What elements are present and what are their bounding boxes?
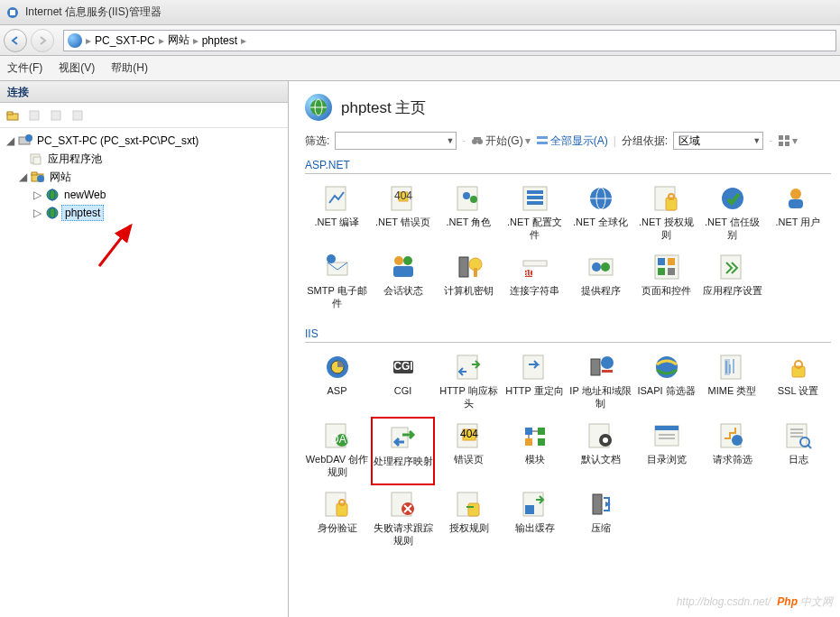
feature-item[interactable]: .NET 用户 [766, 180, 830, 248]
feature-item[interactable]: SSL 设置 [766, 348, 830, 417]
feature-item[interactable]: 默认文档 [568, 417, 632, 485]
feature-item[interactable]: 处理程序映射 [371, 417, 435, 485]
menu-view[interactable]: 视图(V) [59, 60, 95, 76]
feature-label: .NET 角色 [447, 216, 492, 228]
feature-item[interactable]: HTTP 重定向 [503, 348, 567, 417]
breadcrumb-app[interactable]: phptest [202, 34, 237, 47]
feature-icon [783, 352, 814, 382]
sidebar: 连接 ◢ PC_SXT-PC (PC_sxt-PC\PC_sxt) 应用程序池 … [0, 81, 289, 617]
feature-label: .NET 配置文件 [503, 216, 567, 241]
feature-icon [717, 352, 748, 382]
server-icon [18, 134, 32, 148]
svg-rect-108 [787, 424, 807, 447]
feature-item[interactable]: 404.NET 错误页 [371, 180, 435, 248]
save-icon[interactable] [25, 106, 43, 124]
feature-label: 模块 [525, 453, 545, 465]
chevron-right-icon: ▸ [241, 34, 246, 47]
svg-point-54 [403, 256, 412, 265]
svg-rect-41 [527, 201, 543, 205]
feature-item[interactable]: 目录浏览 [634, 417, 698, 485]
feature-item[interactable]: ISAPI 筛选器 [634, 348, 698, 417]
feature-icon [717, 420, 748, 451]
filter-input[interactable]: ▼ [335, 132, 457, 150]
feature-item[interactable]: CGICGI [371, 348, 435, 417]
feature-item[interactable]: HTTP 响应标头 [437, 348, 501, 417]
feature-icon [454, 489, 485, 520]
collapse-icon[interactable]: ◢ [16, 170, 29, 183]
feature-item[interactable]: SMTP 电子邮件 [305, 248, 369, 317]
feature-item[interactable]: DAVWebDAV 创作规则 [305, 417, 369, 485]
forward-button[interactable] [31, 29, 54, 52]
svg-rect-67 [668, 258, 675, 265]
feature-item[interactable]: 压缩 [568, 485, 632, 554]
feature-item[interactable]: 日志 [766, 417, 830, 485]
tree-server[interactable]: ◢ PC_SXT-PC (PC_sxt-PC\PC_sxt) [2, 132, 286, 150]
feature-item[interactable]: 会话状态 [371, 248, 435, 317]
feature-icon [322, 352, 353, 382]
view-button[interactable]: ▾ [778, 134, 798, 147]
stop-icon[interactable] [69, 106, 87, 124]
feature-item[interactable]: 提供程序 [568, 248, 632, 317]
feature-item[interactable]: ab连接字符串 [503, 248, 567, 317]
back-button[interactable] [4, 29, 27, 52]
refresh-icon[interactable] [47, 106, 65, 124]
feature-label: 页面和控件 [642, 284, 691, 297]
svg-rect-58 [474, 268, 477, 277]
feature-item[interactable]: 计算机密钥 [437, 248, 501, 317]
feature-label: .NET 错误页 [375, 216, 430, 228]
content-pane: phptest 主页 筛选: ▼ - 开始(G) ▾ 全部显示(A) | 分组依… [289, 81, 840, 617]
menu-help[interactable]: 帮助(H) [111, 60, 148, 76]
expand-icon[interactable]: ▷ [31, 207, 43, 219]
svg-text:ab: ab [522, 266, 535, 279]
feature-item[interactable]: 失败请求跟踪规则 [371, 485, 435, 554]
breadcrumb[interactable]: ▸ PC_SXT-PC ▸ 网站 ▸ phptest ▸ [63, 30, 836, 51]
groupby-combo[interactable]: 区域 ▼ [673, 132, 763, 150]
feature-item[interactable]: .NET 配置文件 [503, 180, 567, 248]
feature-item[interactable]: .NET 全球化 [568, 180, 632, 248]
showall-button[interactable]: 全部显示(A) [536, 134, 608, 149]
tree-phptest[interactable]: ▷ phptest [2, 204, 286, 222]
tree-sites[interactable]: ◢ 网站 [2, 168, 286, 186]
svg-point-37 [470, 196, 477, 203]
feature-label: 应用程序设置 [703, 284, 762, 297]
feature-icon [520, 489, 550, 520]
feature-item[interactable]: 模块 [503, 417, 567, 485]
feature-item[interactable]: .NET 信任级别 [700, 180, 764, 248]
page-header: phptest 主页 [296, 88, 840, 130]
svg-point-52 [327, 254, 336, 263]
feature-label: CGI [394, 384, 412, 397]
expand-icon[interactable]: ▷ [31, 189, 43, 201]
feature-icon: 404 [388, 183, 419, 214]
sep: - [769, 134, 772, 147]
groupby-label: 分组依据: [622, 134, 668, 149]
go-button[interactable]: 开始(G) ▾ [471, 134, 530, 149]
svg-rect-69 [668, 268, 675, 275]
feature-item[interactable]: 授权规则 [437, 485, 501, 554]
feature-item[interactable]: IP 地址和域限制 [568, 348, 632, 417]
feature-item[interactable]: ASP [305, 348, 369, 417]
feature-item[interactable]: 请求筛选 [700, 417, 764, 485]
feature-item[interactable]: 身份验证 [305, 485, 369, 554]
feature-item[interactable]: MIME 类型 [700, 348, 764, 417]
breadcrumb-server[interactable]: PC_SXT-PC [95, 34, 155, 47]
feature-item[interactable]: 应用程序设置 [700, 248, 764, 317]
connect-icon[interactable] [4, 106, 22, 124]
tree-newweb[interactable]: ▷ newWeb [2, 186, 286, 204]
breadcrumb-sites[interactable]: 网站 [168, 32, 189, 48]
feature-icon: ab [520, 252, 550, 282]
feature-item[interactable]: .NET 角色 [437, 180, 501, 248]
feature-item[interactable]: 输出缓存 [503, 485, 567, 554]
group-title: ASP.NET [305, 159, 831, 171]
feature-item[interactable]: 404错误页 [437, 417, 501, 485]
feature-item[interactable]: 页面和控件 [634, 248, 698, 317]
tree-apppool[interactable]: 应用程序池 [2, 150, 286, 168]
feature-icon [783, 420, 814, 451]
menu-file[interactable]: 文件(F) [7, 60, 42, 76]
filter-bar: 筛选: ▼ - 开始(G) ▾ 全部显示(A) | 分组依据: 区域 ▼ - ▾ [296, 130, 840, 152]
feature-item[interactable]: .NET 编译 [305, 180, 369, 248]
feature-item[interactable]: .NET 授权规则 [634, 180, 698, 248]
feature-icon [651, 183, 682, 214]
collapse-icon[interactable]: ◢ [4, 134, 16, 147]
feature-label: MIME 类型 [708, 384, 757, 397]
chevron-right-icon: ▸ [159, 34, 164, 47]
